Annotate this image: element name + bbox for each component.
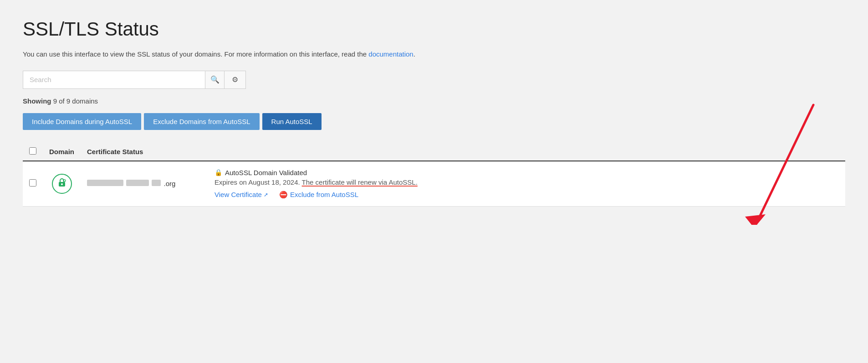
- cert-expiry-line: Expires on August 18, 2024. The certific…: [214, 178, 839, 186]
- page-title: SSL/TLS Status: [23, 18, 845, 40]
- cert-actions: View Certificate ➚ ⛔ Exclude from AutoSS…: [214, 191, 839, 199]
- select-all-checkbox[interactable]: [29, 147, 36, 155]
- domains-table: Domain Certificate Status: [23, 143, 845, 207]
- svg-marker-1: [745, 214, 766, 225]
- domain-icon-cell: [43, 161, 81, 207]
- cert-status-cell: 🔒 AutoSSL Domain Validated Expires on Au…: [208, 161, 845, 207]
- cert-status-title: 🔒 AutoSSL Domain Validated: [214, 169, 839, 176]
- external-link-icon: ➚: [264, 192, 268, 198]
- cert-renew-text: The certificate will renew via AutoSSL.: [302, 178, 418, 186]
- gear-icon: ⚙︎: [232, 75, 238, 84]
- exclude-from-autossl-link[interactable]: ⛔ Exclude from AutoSSL: [279, 191, 358, 199]
- row-checkbox-cell: [23, 161, 43, 207]
- cert-lock-icon: 🔒: [214, 169, 222, 176]
- domain-name-cell: .org: [81, 161, 208, 207]
- search-bar: 🔍 ⚙︎: [23, 71, 845, 89]
- view-certificate-link[interactable]: View Certificate ➚: [214, 191, 268, 198]
- svg-point-3: [61, 183, 63, 185]
- page-description: You can use this interface to view the S…: [23, 49, 845, 60]
- col-checkbox: [23, 143, 43, 161]
- col-cert-status-header: Certificate Status: [81, 143, 208, 161]
- include-domains-button[interactable]: Include Domains during AutoSSL: [23, 113, 141, 130]
- domain-blur-1: [87, 180, 123, 186]
- settings-button[interactable]: ⚙︎: [224, 71, 246, 89]
- ban-icon: ⛔: [279, 191, 288, 199]
- table-row: .org 🔒 AutoSSL Domain Validated Expires …: [23, 161, 845, 207]
- showing-count: Showing 9 of 9 domains: [23, 97, 845, 105]
- action-buttons: Include Domains during AutoSSL Exclude D…: [23, 113, 845, 130]
- lock-gear-icon: [57, 177, 67, 190]
- col-domain-header: Domain: [43, 143, 81, 161]
- domain-tld: .org: [164, 180, 176, 187]
- documentation-link[interactable]: documentation: [368, 50, 413, 58]
- row-checkbox[interactable]: [29, 179, 36, 187]
- domain-blur-2: [126, 180, 149, 186]
- search-icon: 🔍: [210, 75, 220, 84]
- run-autossl-button[interactable]: Run AutoSSL: [262, 113, 322, 130]
- exclude-domains-button[interactable]: Exclude Domains from AutoSSL: [144, 113, 259, 130]
- search-button[interactable]: 🔍: [205, 71, 224, 89]
- domain-ssl-icon: [52, 174, 72, 194]
- domain-blur-3: [152, 180, 161, 186]
- search-input[interactable]: [23, 71, 205, 89]
